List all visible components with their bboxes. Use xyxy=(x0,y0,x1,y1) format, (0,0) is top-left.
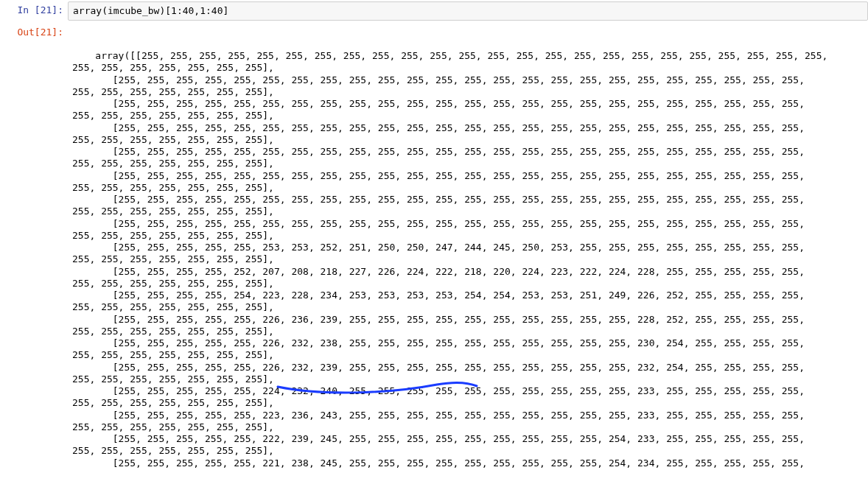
output-cell: Out[21]: array([[255, 255, 255, 255, 255… xyxy=(0,22,868,498)
code-input[interactable]: array(imcube_bw)[1:40,1:40] xyxy=(68,1,868,21)
input-cell: In [21]: array(imcube_bw)[1:40,1:40] xyxy=(0,0,868,22)
output-text: array([[255, 255, 255, 255, 255, 255, 25… xyxy=(72,50,827,469)
in-prompt: In [21]: xyxy=(0,1,68,16)
code-output: array([[255, 255, 255, 255, 255, 255, 25… xyxy=(68,24,868,497)
out-prompt: Out[21]: xyxy=(0,24,68,38)
